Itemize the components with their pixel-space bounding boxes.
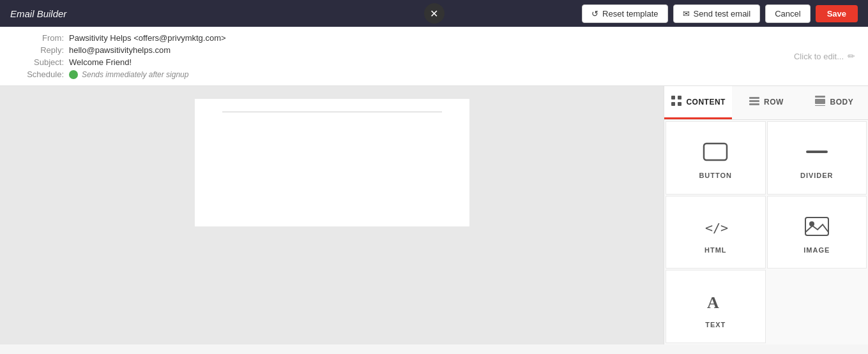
tab-row-label: ROW [764, 98, 784, 107]
send-test-email-button[interactable]: ✉ Send test email [673, 4, 761, 23]
image-icon [803, 216, 830, 240]
save-button[interactable]: Save [816, 5, 858, 22]
text-item-label: TEXT [705, 321, 726, 328]
svg-text:A: A [707, 293, 719, 312]
from-row: From: Pawsitivity Helps <offers@privymkt… [13, 33, 855, 43]
svg-text:</>: </> [705, 220, 728, 235]
close-icon: ✕ [430, 8, 438, 20]
schedule-row: Schedule: Sends immediately after signup [13, 70, 855, 79]
sidebar-tabs: CONTENT ROW [664, 86, 868, 120]
content-item-html[interactable]: </> HTML [666, 196, 766, 269]
click-to-edit-button[interactable]: Click to edit... ✏ [794, 51, 855, 61]
tab-body-label: BODY [830, 98, 853, 107]
tab-content-label: CONTENT [686, 98, 726, 107]
main-area: CONTENT ROW [0, 86, 868, 344]
svg-rect-9 [815, 105, 825, 106]
image-item-label: IMAGE [803, 246, 830, 254]
from-label: From: [13, 33, 64, 43]
schedule-label: Schedule: [13, 70, 64, 79]
app-title: Email Builder [10, 8, 66, 19]
svg-rect-2 [671, 102, 675, 106]
schedule-value: Sends immediately after signup [69, 70, 188, 79]
svg-rect-1 [678, 96, 681, 100]
header-actions: ↺ Reset template ✉ Send test email Cance… [582, 4, 858, 23]
meta-bar: From: Pawsitivity Helps <offers@privymkt… [0, 27, 868, 86]
cancel-button[interactable]: Cancel [765, 4, 810, 23]
content-item-image[interactable]: IMAGE [767, 196, 867, 269]
divider-item-label: DIVIDER [800, 172, 834, 179]
header-bar: Email Builder ✕ ↺ Reset template ✉ Send … [0, 0, 868, 27]
sidebar: CONTENT ROW [664, 86, 868, 344]
html-icon: </> [702, 216, 729, 240]
svg-rect-7 [815, 96, 825, 98]
body-icon [814, 95, 826, 108]
subject-value: Welcome Friend! [69, 57, 132, 67]
reset-icon: ↺ [591, 9, 598, 18]
tab-content[interactable]: CONTENT [664, 86, 732, 119]
content-item-button[interactable]: BUTTON [666, 121, 766, 195]
reset-template-button[interactable]: ↺ Reset template [582, 4, 667, 23]
html-item-label: HTML [704, 246, 727, 254]
content-item-text[interactable]: A TEXT [666, 270, 766, 343]
schedule-status-dot [69, 70, 78, 79]
content-item-divider[interactable]: DIVIDER [767, 121, 867, 195]
reply-row: Reply: hello@pawsitivityhelps.com [13, 45, 855, 55]
close-button[interactable]: ✕ [424, 3, 445, 24]
svg-rect-0 [671, 96, 675, 100]
subject-label: Subject: [13, 57, 64, 67]
svg-rect-8 [815, 99, 825, 104]
button-icon [702, 141, 729, 165]
grid-icon [671, 95, 682, 108]
text-icon: A [702, 290, 729, 314]
svg-rect-11 [806, 151, 828, 153]
svg-rect-6 [749, 103, 759, 105]
content-items-grid: BUTTON DIVIDER </> HTML [664, 120, 868, 344]
button-item-label: BUTTON [699, 172, 732, 179]
svg-rect-13 [805, 218, 828, 235]
divider-icon [803, 141, 830, 165]
pencil-icon: ✏ [848, 51, 855, 61]
close-center: ✕ [424, 3, 445, 24]
email-canvas [195, 99, 469, 226]
canvas-divider [222, 112, 442, 112]
reply-label: Reply: [13, 45, 64, 55]
reply-value: hello@pawsitivityhelps.com [69, 45, 171, 55]
subject-row: Subject: Welcome Friend! [13, 57, 855, 67]
from-value: Pawsitivity Helps <offers@privymktg.com> [69, 33, 226, 43]
email-canvas-area [0, 86, 664, 344]
svg-rect-5 [749, 100, 759, 102]
svg-rect-4 [749, 97, 759, 99]
tab-body[interactable]: BODY [800, 86, 868, 119]
tab-row[interactable]: ROW [732, 86, 800, 119]
svg-rect-3 [678, 102, 681, 106]
rows-icon [749, 95, 760, 108]
envelope-icon: ✉ [683, 9, 690, 18]
svg-rect-10 [704, 144, 727, 160]
